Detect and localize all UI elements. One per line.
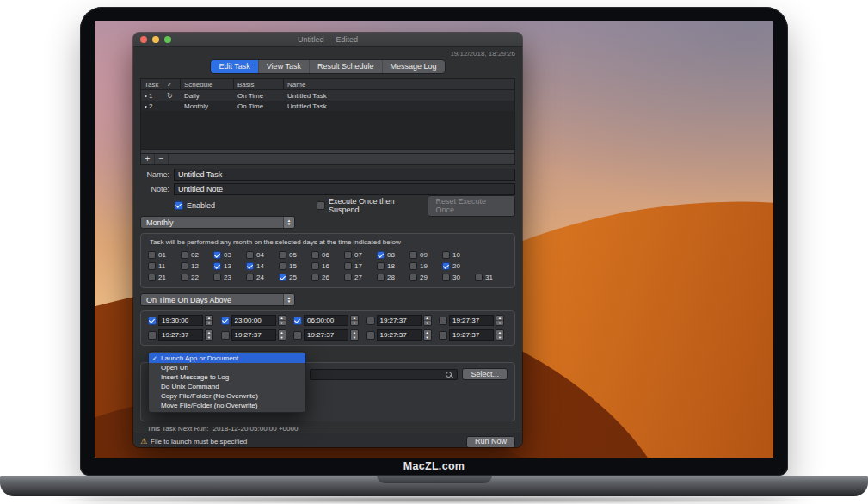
time-input[interactable]: 23:00:00 — [231, 315, 276, 326]
name-input[interactable]: Untitled Task — [174, 169, 515, 181]
day-checkbox[interactable]: 22 — [181, 274, 213, 281]
time-stepper[interactable]: ▲ ▼ — [350, 329, 359, 341]
stepper-down-icon[interactable]: ▼ — [424, 321, 431, 325]
stepper-down-icon[interactable]: ▼ — [206, 335, 212, 340]
stepper-down-icon[interactable]: ▼ — [206, 321, 212, 325]
stepper-down-icon[interactable]: ▼ — [424, 335, 431, 340]
day-checkbox[interactable]: 28 — [377, 274, 409, 281]
day-checkbox[interactable]: 16 — [311, 262, 344, 270]
day-checkbox[interactable]: 15 — [279, 262, 311, 270]
menu-item[interactable]: Move File/Folder (no Overwrite) — [149, 401, 305, 410]
day-checkbox[interactable]: 01 — [148, 251, 181, 259]
column-header[interactable]: Basis — [234, 79, 284, 89]
stepper-down-icon[interactable]: ▼ — [496, 335, 503, 340]
search-icon[interactable] — [446, 372, 452, 378]
time-checkbox[interactable] — [366, 317, 375, 325]
day-checkbox[interactable]: 13 — [213, 262, 246, 270]
time-stepper[interactable]: ▲ ▼ — [278, 329, 286, 341]
day-checkbox[interactable]: 04 — [246, 251, 279, 259]
time-input[interactable]: 19:30:00 — [158, 315, 203, 326]
enabled-checkbox[interactable]: Enabled — [175, 201, 215, 210]
run-now-button[interactable]: Run Now — [466, 436, 515, 448]
day-checkbox[interactable]: 17 — [344, 262, 377, 270]
column-header[interactable]: ✓ — [163, 79, 181, 89]
tab[interactable]: Message Log — [383, 60, 445, 73]
time-checkbox[interactable] — [293, 317, 302, 325]
time-stepper[interactable]: ▲ ▼ — [205, 315, 213, 326]
day-checkbox[interactable]: 11 — [148, 262, 181, 270]
window-titlebar[interactable]: Untitled — Edited — [133, 33, 522, 47]
time-stepper[interactable]: ▲ ▼ — [205, 329, 213, 341]
day-checkbox[interactable]: 03 — [213, 251, 246, 259]
time-checkbox[interactable] — [148, 317, 157, 325]
day-checkbox[interactable]: 31 — [475, 274, 508, 281]
time-stepper[interactable]: ▲ ▼ — [423, 315, 432, 326]
time-checkbox[interactable] — [439, 331, 447, 340]
select-file-button[interactable]: Select... — [462, 368, 508, 380]
menu-item[interactable]: Copy File/Folder (No Overwrite) — [149, 391, 305, 401]
execute-once-checkbox[interactable]: Execute Once then Suspend — [317, 197, 427, 214]
day-checkbox[interactable]: 07 — [344, 251, 377, 259]
day-checkbox[interactable]: 12 — [181, 262, 213, 270]
day-checkbox[interactable]: 21 — [148, 274, 181, 281]
time-checkbox[interactable] — [439, 317, 447, 325]
reset-execute-once-button[interactable]: Reset Execute Once — [428, 195, 515, 217]
column-header[interactable]: Task — [141, 79, 163, 89]
file-path-field[interactable] — [310, 369, 458, 380]
time-input[interactable]: 19:27:37 — [377, 315, 422, 326]
close-button[interactable] — [140, 36, 147, 43]
tab[interactable]: Result Schedule — [310, 60, 383, 73]
stepper-down-icon[interactable]: ▼ — [279, 321, 286, 325]
stepper-down-icon[interactable]: ▼ — [496, 321, 503, 325]
time-checkbox[interactable] — [366, 331, 375, 340]
stepper-down-icon[interactable]: ▼ — [351, 321, 358, 325]
add-task-button[interactable]: + — [141, 154, 155, 164]
zoom-button[interactable] — [164, 36, 171, 43]
day-checkbox[interactable]: 20 — [442, 262, 475, 270]
day-checkbox[interactable]: 18 — [377, 262, 409, 270]
time-stepper[interactable]: ▲ ▼ — [423, 329, 432, 341]
stepper-down-icon[interactable]: ▼ — [351, 335, 358, 340]
day-checkbox[interactable]: 24 — [246, 274, 279, 281]
column-header[interactable]: Name — [284, 79, 514, 89]
time-stepper[interactable]: ▲ ▼ — [278, 315, 286, 326]
day-checkbox[interactable]: 30 — [442, 274, 475, 281]
tab[interactable]: View Task — [259, 60, 310, 73]
day-checkbox[interactable]: 26 — [311, 274, 344, 281]
time-checkbox[interactable] — [293, 331, 302, 340]
time-input[interactable]: 19:27:37 — [304, 329, 348, 341]
day-checkbox[interactable]: 19 — [409, 262, 442, 270]
day-checkbox[interactable]: 10 — [442, 251, 475, 259]
day-checkbox[interactable]: 14 — [246, 262, 279, 270]
menu-item[interactable]: Insert Message to Log — [149, 372, 305, 382]
menu-item[interactable]: Open Url — [149, 363, 305, 372]
day-checkbox[interactable]: 25 — [279, 274, 311, 281]
basis-dropdown[interactable]: On Time On Days Above ▲▼ — [140, 293, 295, 306]
time-stepper[interactable]: ▲ ▼ — [350, 315, 359, 326]
menu-item[interactable]: Do Unix Command — [149, 382, 305, 391]
note-input[interactable]: Untitled Note — [174, 183, 515, 195]
time-input[interactable]: 19:27:37 — [449, 315, 494, 326]
time-stepper[interactable]: ▲ ▼ — [496, 329, 504, 341]
time-input[interactable]: 19:27:37 — [158, 329, 203, 341]
time-input[interactable]: 06:00:00 — [304, 315, 348, 326]
stepper-down-icon[interactable]: ▼ — [279, 335, 286, 340]
table-row[interactable]: • 1 ↻ Daily On Time Untitled Task — [141, 90, 514, 101]
day-checkbox[interactable]: 06 — [311, 251, 344, 259]
day-checkbox[interactable]: 29 — [409, 274, 442, 281]
day-checkbox[interactable]: 08 — [377, 251, 409, 259]
table-row[interactable]: • 2 Monthly On Time Untitled Task — [141, 101, 514, 111]
column-header[interactable]: Schedule — [181, 79, 234, 89]
time-input[interactable]: 19:27:37 — [377, 329, 422, 341]
time-checkbox[interactable] — [221, 331, 230, 340]
time-stepper[interactable]: ▲ ▼ — [496, 315, 504, 326]
day-checkbox[interactable]: 09 — [409, 251, 442, 259]
tab[interactable]: Edit Task — [211, 60, 258, 73]
time-input[interactable]: 19:27:37 — [231, 329, 276, 341]
time-input[interactable]: 19:27:37 — [449, 329, 494, 341]
day-checkbox[interactable]: 23 — [213, 274, 246, 281]
menu-item[interactable]: ✓ Launch App or Document — [149, 353, 305, 363]
schedule-dropdown[interactable]: Monthly ▲▼ — [140, 216, 295, 229]
time-checkbox[interactable] — [221, 317, 230, 325]
time-checkbox[interactable] — [148, 331, 157, 340]
